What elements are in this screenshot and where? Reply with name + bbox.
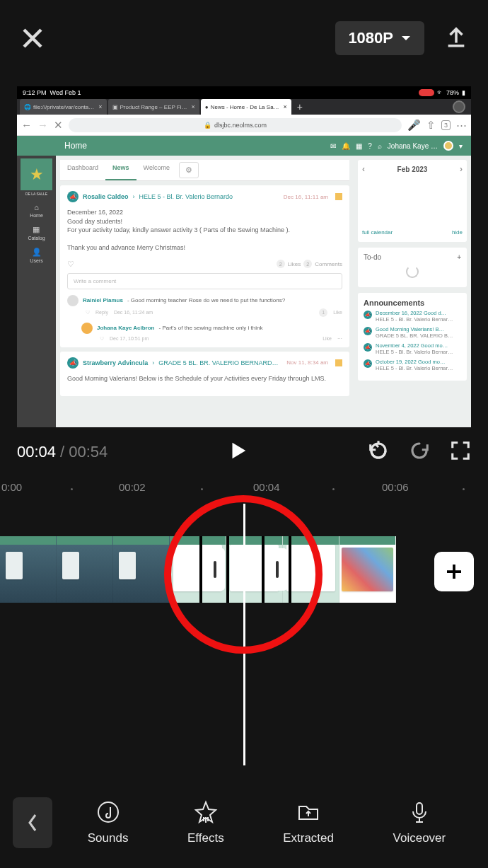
close-tab-icon[interactable]: × bbox=[94, 103, 102, 110]
help-icon[interactable]: ? bbox=[368, 142, 372, 150]
feed-post: 📣 Strawberry Advincula › GRADE 5 BL. BR.… bbox=[60, 352, 349, 396]
transition-handle[interactable] bbox=[267, 548, 287, 591]
video-preview[interactable]: 9:12 PM Wed Feb 1 ᯤ 78% ▮ 🌐file:///priva… bbox=[17, 86, 471, 427]
post-class-link[interactable]: GRADE 5 BL. BR. VALERIO BERNARD… bbox=[158, 359, 278, 366]
sidebar-item-home[interactable]: ⌂Home bbox=[30, 203, 43, 218]
flag-icon[interactable] bbox=[335, 359, 342, 366]
close-button[interactable] bbox=[20, 25, 45, 51]
close-tab-icon[interactable]: × bbox=[279, 103, 287, 110]
browser-menu-icon[interactable]: ⋯ bbox=[456, 119, 467, 132]
tab-welcome[interactable]: Welcome bbox=[136, 160, 177, 180]
transition-edge bbox=[289, 536, 291, 603]
grid-icon: ▦ bbox=[28, 225, 45, 234]
bottom-toolbar: Sounds Effects Extracted Voiceover bbox=[0, 777, 488, 868]
heart-icon[interactable]: ♡ bbox=[67, 260, 74, 269]
ruler-tick: 00:02 bbox=[119, 481, 146, 493]
browser-tab[interactable]: ▣Product Range – EEP Fi…× bbox=[108, 99, 199, 115]
comment-time: Dec 16, 11:24 am bbox=[114, 310, 153, 315]
lms-sidebar: ★ DE LA SALLE ⌂Home ▦Catalog 👤Users bbox=[17, 156, 56, 427]
hide-calendar-link[interactable]: hide bbox=[452, 229, 463, 236]
feed-post: 📣 Rosalie Caldeo › HELE 5 - Bl. Br. Vale… bbox=[60, 185, 349, 347]
tool-voiceover[interactable]: Voiceover bbox=[393, 800, 446, 845]
redo-button[interactable] bbox=[409, 440, 430, 464]
clip-thumbnail[interactable] bbox=[57, 536, 113, 603]
redo-icon bbox=[409, 440, 430, 461]
timeline-ruler[interactable]: 0:00 00:02 00:04 00:06 bbox=[0, 481, 488, 499]
battery-icon: ▮ bbox=[462, 89, 465, 96]
add-clip-button[interactable] bbox=[434, 552, 474, 591]
plus-icon bbox=[443, 561, 465, 582]
comment-author[interactable]: Rainiel Plamus bbox=[83, 297, 123, 303]
transition-handle[interactable] bbox=[205, 548, 225, 591]
user-avatar[interactable] bbox=[443, 141, 453, 151]
more-icon[interactable]: ⋯ bbox=[337, 336, 342, 342]
add-todo-icon[interactable]: + bbox=[457, 253, 461, 261]
url-bar[interactable]: 🔒 dlsjbc.neolms.com bbox=[69, 118, 402, 132]
effects-icon bbox=[194, 800, 218, 824]
close-tab-icon[interactable]: × bbox=[187, 103, 195, 110]
new-tab-button[interactable]: + bbox=[293, 99, 307, 115]
full-calendar-link[interactable]: full calendar bbox=[362, 229, 393, 236]
cal-prev-icon[interactable]: ‹ bbox=[362, 164, 365, 174]
flag-icon[interactable] bbox=[335, 193, 342, 200]
heart-icon[interactable]: ♡ bbox=[100, 336, 104, 342]
post-body: December 16, 2022 Good day students! For… bbox=[67, 208, 342, 253]
sounds-icon bbox=[96, 800, 120, 824]
export-button[interactable] bbox=[444, 25, 468, 52]
browser-tab-active[interactable]: ●News - Home - De La Sa…× bbox=[201, 99, 291, 115]
fullscreen-button[interactable] bbox=[450, 440, 471, 464]
comments-label[interactable]: Comments bbox=[315, 261, 342, 267]
user-menu-chevron-icon[interactable]: ▾ bbox=[459, 142, 463, 150]
likes-label[interactable]: Likes bbox=[288, 261, 301, 267]
comment-input[interactable]: Write a comment bbox=[67, 273, 342, 289]
sidebar-item-catalog[interactable]: ▦Catalog bbox=[28, 225, 45, 241]
tabs-count-icon[interactable]: 3 bbox=[441, 120, 451, 130]
nav-back-icon[interactable]: ← bbox=[21, 119, 32, 131]
nav-forward-icon[interactable]: → bbox=[37, 119, 48, 131]
like-label[interactable]: Like bbox=[333, 310, 342, 315]
mic-icon[interactable]: 🎤 bbox=[407, 119, 421, 132]
calendar-icon[interactable]: ▦ bbox=[356, 142, 362, 150]
comment-author[interactable]: Johana Kaye Acibron bbox=[97, 325, 155, 331]
clip-thumbnail[interactable] bbox=[0, 536, 57, 603]
clip-strip[interactable] bbox=[0, 536, 396, 603]
tool-extracted[interactable]: Extracted bbox=[283, 800, 334, 845]
nav-stop-icon[interactable]: ✕ bbox=[54, 119, 63, 132]
playhead[interactable] bbox=[243, 504, 245, 765]
back-button[interactable] bbox=[13, 797, 52, 848]
announcement-item[interactable]: 📣Good Morning Valerians! B…GRADE 5 BL. B… bbox=[364, 326, 461, 339]
post-author[interactable]: Rosalie Caldeo bbox=[83, 193, 129, 200]
play-button[interactable] bbox=[227, 440, 248, 464]
announcement-item[interactable]: 📣December 16, 2022 Good d…HELE 5 - Bl. B… bbox=[364, 310, 461, 323]
ruler-dot bbox=[201, 488, 203, 490]
undo-button[interactable] bbox=[368, 440, 389, 464]
tool-label: Effects bbox=[187, 831, 224, 845]
heart-icon[interactable]: ♡ bbox=[86, 310, 90, 316]
search-icon[interactable]: ⌕ bbox=[378, 142, 382, 150]
cal-next-icon[interactable]: › bbox=[460, 164, 463, 174]
reply-button[interactable]: Reply bbox=[95, 310, 108, 315]
browser-tab[interactable]: 🌐file:///private/var/conta…× bbox=[20, 99, 107, 115]
tool-effects[interactable]: Effects bbox=[187, 800, 224, 845]
share-icon[interactable]: ⇧ bbox=[426, 119, 436, 132]
post-author[interactable]: Strawberry Advincula bbox=[83, 359, 148, 366]
clip-thumbnail[interactable] bbox=[283, 536, 339, 603]
gear-icon[interactable]: ⚙ bbox=[179, 162, 199, 178]
browser-profile-avatar[interactable] bbox=[453, 100, 465, 113]
likes-count: 2 bbox=[277, 260, 285, 268]
post-class-link[interactable]: HELE 5 - Bl. Br. Valerio Bernardo bbox=[139, 193, 233, 200]
tool-label: Voiceover bbox=[393, 831, 446, 845]
tab-dashboard[interactable]: Dashboard bbox=[60, 160, 105, 180]
announcement-item[interactable]: 📣October 19, 2022 Good mo…HELE 5 - Bl. B… bbox=[364, 359, 461, 371]
clip-thumbnail[interactable] bbox=[113, 536, 170, 603]
announcement-item[interactable]: 📣November 4, 2022 Good mo…HELE 5 - Bl. B… bbox=[364, 342, 461, 355]
bell-icon[interactable]: 🔔 bbox=[342, 142, 350, 150]
tool-sounds[interactable]: Sounds bbox=[88, 800, 129, 845]
mail-icon[interactable]: ✉ bbox=[330, 142, 336, 150]
like-label[interactable]: Like bbox=[323, 336, 332, 341]
tab-news[interactable]: News bbox=[105, 160, 136, 180]
resolution-dropdown[interactable]: 1080P bbox=[335, 21, 424, 55]
school-logo[interactable]: ★ bbox=[21, 158, 52, 190]
clip-thumbnail[interactable] bbox=[339, 536, 396, 603]
sidebar-item-users[interactable]: 👤Users bbox=[30, 248, 42, 263]
